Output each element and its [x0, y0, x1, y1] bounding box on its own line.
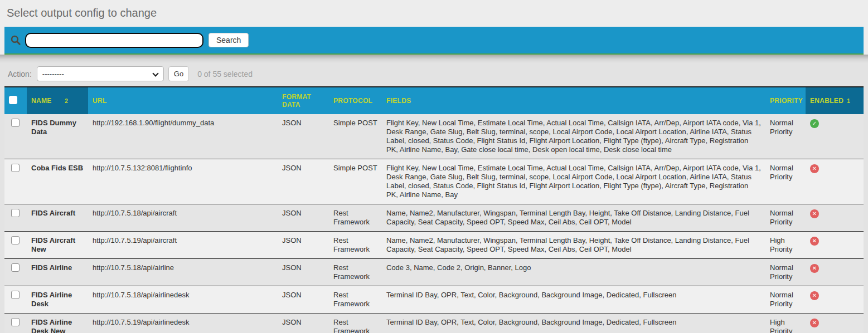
x-circle-icon: ✕ — [810, 164, 819, 173]
name-cell: FIDS Airline Desk New — [27, 314, 88, 333]
row-checkbox-cell — [4, 159, 27, 204]
fields-cell: Name, Name2, Manufacturer, Wingspan, Ter… — [382, 204, 765, 232]
header-select-all[interactable] — [4, 87, 27, 114]
go-button[interactable]: Go — [168, 66, 189, 81]
row-checkbox-cell — [4, 114, 27, 159]
url-cell: http://10.7.5.19/api/airlinedesk — [88, 314, 278, 333]
enabled-cell: ✕ — [806, 232, 864, 259]
row-checkbox[interactable] — [11, 209, 20, 217]
chevron-down-icon — [152, 70, 158, 76]
format-data-cell: JSON — [278, 286, 329, 314]
config-name-link[interactable]: FIDS Airline Desk — [31, 291, 84, 308]
x-circle-icon: ✕ — [810, 264, 819, 273]
table-row: FIDS Airline http://10.7.5.18/api/airlin… — [4, 259, 864, 286]
protocol-cell: Rest Framework — [329, 232, 382, 259]
priority-cell: High Priority — [765, 314, 806, 333]
enabled-cell: ✕ — [806, 259, 864, 286]
action-label: Action: — [8, 70, 32, 79]
search-button[interactable]: Search — [208, 33, 249, 47]
fields-cell: Flight Key, New Local Time, Estimate Loc… — [382, 159, 765, 204]
selection-status: 0 of 55 selected — [197, 70, 253, 79]
table-row: FIDS Dummy Data http://192.168.1.90/flig… — [4, 114, 864, 159]
config-name-link[interactable]: FIDS Aircraft New — [31, 236, 84, 254]
config-table-body: FIDS Dummy Data http://192.168.1.90/flig… — [4, 114, 864, 333]
row-checkbox-cell — [4, 314, 27, 333]
enabled-cell: ✓ — [806, 114, 864, 159]
priority-cell: Normal Priority — [765, 114, 806, 159]
x-circle-icon: ✕ — [810, 291, 819, 300]
priority-cell: Normal Priority — [765, 286, 806, 314]
header-name[interactable]: NAME 2 — [27, 87, 88, 114]
table-row: FIDS Aircraft http://10.7.5.18/api/aircr… — [4, 204, 864, 232]
x-circle-icon: ✕ — [810, 237, 819, 246]
row-checkbox-cell — [4, 204, 27, 232]
name-cell: FIDS Aircraft New — [27, 232, 88, 259]
table-header-row: NAME 2 URL FORMAT DATA PROTOCOL FIELDS P… — [4, 87, 864, 114]
format-data-cell: JSON — [278, 114, 329, 159]
row-checkbox[interactable] — [11, 164, 20, 172]
select-all-checkbox[interactable] — [9, 96, 17, 104]
format-data-cell: JSON — [278, 232, 329, 259]
row-checkbox[interactable] — [11, 291, 20, 299]
config-table: NAME 2 URL FORMAT DATA PROTOCOL FIELDS P… — [4, 86, 864, 333]
enabled-cell: ✕ — [806, 286, 864, 314]
protocol-cell: Simple POST — [329, 159, 382, 204]
fields-cell: Flight Key, New Local Time, Estimate Loc… — [382, 114, 765, 159]
title-strip: Select output config to change — [0, 0, 868, 25]
x-circle-icon: ✕ — [810, 319, 819, 327]
table-row: FIDS Airline Desk http://10.7.5.18/api/a… — [4, 286, 864, 314]
header-priority[interactable]: PRIORITY — [765, 87, 806, 114]
name-cell: FIDS Airline Desk — [27, 286, 88, 314]
action-selected-option: --------- — [42, 70, 64, 78]
table-row: FIDS Airline Desk New http://10.7.5.19/a… — [4, 314, 864, 333]
search-input[interactable] — [25, 33, 203, 48]
enabled-cell: ✕ — [806, 314, 864, 333]
name-cell: FIDS Aircraft — [27, 204, 88, 232]
action-select[interactable]: --------- — [37, 66, 164, 81]
row-checkbox-cell — [4, 259, 27, 286]
format-data-cell: JSON — [278, 314, 329, 333]
row-checkbox[interactable] — [11, 119, 20, 127]
config-name-link[interactable]: FIDS Dummy Data — [31, 119, 84, 136]
header-url[interactable]: URL — [88, 87, 278, 114]
table-row: Coba Fids ESB http://10.7.5.132:8081/fli… — [4, 159, 864, 204]
search-bar: Search — [4, 27, 864, 55]
fields-cell: Name, Name2, Manufacturer, Wingspan, Ter… — [382, 232, 765, 259]
url-cell: http://10.7.5.18/api/aircraft — [88, 204, 278, 232]
name-cell: FIDS Dummy Data — [27, 114, 88, 159]
url-cell: http://192.168.1.90/flight/dummy_data — [88, 114, 278, 159]
priority-cell: Normal Priority — [765, 159, 806, 204]
check-circle-icon: ✓ — [810, 119, 819, 128]
header-format-data[interactable]: FORMAT DATA — [278, 87, 329, 114]
name-sort-priority[interactable]: 2 — [65, 98, 68, 104]
x-circle-icon: ✕ — [810, 209, 819, 218]
format-data-cell: JSON — [278, 159, 329, 204]
action-row: Action: --------- Go 0 of 55 selected — [0, 55, 868, 86]
search-icon — [10, 35, 21, 46]
protocol-cell: Rest Framework — [329, 259, 382, 286]
header-fields[interactable]: FIELDS — [382, 87, 765, 114]
config-name-link[interactable]: FIDS Aircraft — [31, 209, 75, 218]
config-name-link[interactable]: FIDS Airline — [31, 263, 72, 272]
config-name-link[interactable]: Coba Fids ESB — [31, 164, 83, 173]
url-cell: http://10.7.5.18/api/airlinedesk — [88, 286, 278, 314]
row-checkbox[interactable] — [11, 318, 20, 326]
row-checkbox[interactable] — [11, 236, 20, 244]
priority-cell: High Priority — [765, 232, 806, 259]
content-zone: Action: --------- Go 0 of 55 selected NA… — [0, 55, 868, 333]
header-protocol[interactable]: PROTOCOL — [329, 87, 382, 114]
fields-cell: Terminal ID Bay, OPR, Text, Color, Backg… — [382, 314, 765, 333]
protocol-cell: Simple POST — [329, 114, 382, 159]
url-cell: http://10.7.5.132:8081/flightinfo — [88, 159, 278, 204]
row-checkbox[interactable] — [11, 263, 20, 272]
protocol-cell: Rest Framework — [329, 204, 382, 232]
header-enabled[interactable]: ENABLED 1 — [806, 87, 864, 114]
format-data-cell: JSON — [278, 204, 329, 232]
fields-cell: Code 3, Name, Code 2, Origin, Banner, Lo… — [382, 259, 765, 286]
enabled-sort-priority[interactable]: 1 — [847, 98, 850, 104]
config-name-link[interactable]: FIDS Airline Desk New — [31, 318, 84, 333]
enabled-cell: ✕ — [806, 159, 864, 204]
name-cell: Coba Fids ESB — [27, 159, 88, 204]
url-cell: http://10.7.5.18/api/airline — [88, 259, 278, 286]
protocol-cell: Rest Framework — [329, 314, 382, 333]
